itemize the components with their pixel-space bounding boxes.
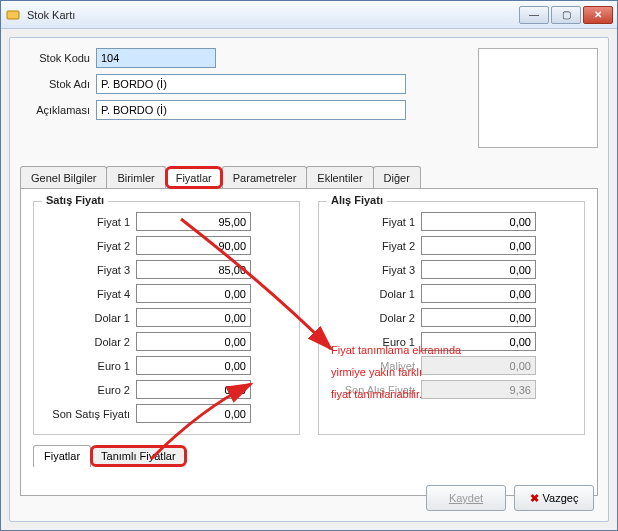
price-row: Dolar 1 [44,308,289,327]
tab-strip: Genel Bilgiler Birimler Fiyatlar Paramet… [20,166,598,189]
window-title: Stok Kartı [27,9,519,21]
price-row: Euro 2 [44,380,289,399]
satis-label: Fiyat 2 [44,240,130,252]
alis-input[interactable] [421,260,536,279]
app-icon [5,7,21,23]
svg-rect-0 [7,11,19,19]
satis-input[interactable] [136,308,251,327]
alis-label: Euro 1 [329,336,415,348]
price-row: Fiyat 2 [329,236,574,255]
satis-input[interactable] [136,380,251,399]
alis-input[interactable] [421,308,536,327]
alis-input [421,380,536,399]
alis-label: Fiyat 3 [329,264,415,276]
price-row: Fiyat 1 [44,212,289,231]
satis-label: Fiyat 3 [44,264,130,276]
alis-input[interactable] [421,332,536,351]
window: Stok Kartı — ▢ ✕ Stok Kodu Stok Adı [0,0,618,531]
tab-body: Satış Fiyatı Fiyat 1Fiyat 2Fiyat 3Fiyat … [20,188,598,496]
subtab-tanimli[interactable]: Tanımlı Fiyatlar [90,445,187,467]
subtab-strip: Fiyatlar Tanımlı Fiyatlar [33,445,585,467]
maximize-button[interactable]: ▢ [551,6,581,24]
alis-legend: Alış Fiyatı [327,194,387,206]
satis-input[interactable] [136,212,251,231]
alis-label: Dolar 2 [329,312,415,324]
price-row: Son Satış Fiyatı [44,404,289,423]
stok-adi-label: Stok Adı [20,78,90,90]
price-row: Dolar 1 [329,284,574,303]
button-bar: Kaydet ✖ Vazgeç [426,485,594,511]
price-row: Euro 1 [329,332,574,351]
vazgec-button[interactable]: ✖ Vazgeç [514,485,594,511]
vazgec-label: Vazgeç [543,492,579,504]
window-buttons: — ▢ ✕ [519,6,613,24]
satis-label: Fiyat 4 [44,288,130,300]
satis-label: Dolar 2 [44,336,130,348]
aciklama-input[interactable] [96,100,406,120]
content: Stok Kodu Stok Adı Açıklaması Genel Bilg… [1,29,617,530]
satis-input[interactable] [136,356,251,375]
satis-legend: Satış Fiyatı [42,194,108,206]
alis-input[interactable] [421,212,536,231]
alis-label: Fiyat 1 [329,216,415,228]
price-row: Fiyat 3 [329,260,574,279]
subtab-fiyatlar[interactable]: Fiyatlar [33,445,91,467]
satis-label: Fiyat 1 [44,216,130,228]
price-row: Dolar 2 [329,308,574,327]
tab-fiyatlar[interactable]: Fiyatlar [165,166,223,189]
alis-input [421,356,536,375]
tab-genel[interactable]: Genel Bilgiler [20,166,107,189]
tab-diger[interactable]: Diğer [373,166,421,189]
alis-input[interactable] [421,236,536,255]
stok-kodu-label: Stok Kodu [20,52,90,64]
satis-input[interactable] [136,404,251,423]
price-row: Maliyet [329,356,574,375]
close-button[interactable]: ✕ [583,6,613,24]
price-row: Fiyat 4 [44,284,289,303]
satis-label: Dolar 1 [44,312,130,324]
price-row: Son Alış Fiyatı [329,380,574,399]
aciklama-label: Açıklaması [20,104,90,116]
kaydet-label: Kaydet [449,492,483,504]
price-row: Fiyat 1 [329,212,574,231]
alis-label: Dolar 1 [329,288,415,300]
satis-input[interactable] [136,332,251,351]
satis-label: Son Satış Fiyatı [44,408,130,420]
alis-label: Son Alış Fiyatı [329,384,415,396]
image-placeholder [478,48,598,148]
main-panel: Stok Kodu Stok Adı Açıklaması Genel Bilg… [9,37,609,522]
stok-adi-input[interactable] [96,74,406,94]
stok-kodu-input[interactable] [96,48,216,68]
satis-input[interactable] [136,260,251,279]
tab-eklentiler[interactable]: Eklentiler [306,166,373,189]
price-row: Dolar 2 [44,332,289,351]
tab-birimler[interactable]: Birimler [106,166,165,189]
price-row: Fiyat 2 [44,236,289,255]
satis-input[interactable] [136,236,251,255]
titlebar: Stok Kartı — ▢ ✕ [1,1,617,29]
kaydet-button[interactable]: Kaydet [426,485,506,511]
tab-parametreler[interactable]: Parametreler [222,166,308,189]
price-row: Euro 1 [44,356,289,375]
price-row: Fiyat 3 [44,260,289,279]
minimize-button[interactable]: — [519,6,549,24]
alis-label: Maliyet [329,360,415,372]
alis-group: Alış Fiyatı Fiyat 1Fiyat 2Fiyat 3Dolar 1… [318,201,585,435]
satis-input[interactable] [136,284,251,303]
satis-label: Euro 2 [44,384,130,396]
alis-label: Fiyat 2 [329,240,415,252]
alis-input[interactable] [421,284,536,303]
satis-group: Satış Fiyatı Fiyat 1Fiyat 2Fiyat 3Fiyat … [33,201,300,435]
cancel-icon: ✖ [530,492,539,505]
satis-label: Euro 1 [44,360,130,372]
